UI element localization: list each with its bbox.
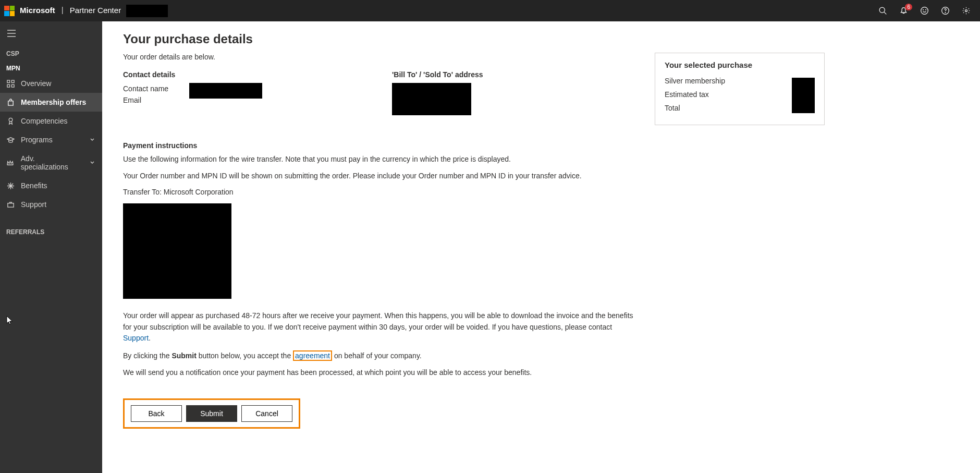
notification-badge: 6 <box>905 4 912 10</box>
intro-text: Your order details are below. <box>123 53 634 61</box>
sidebar-item-support[interactable]: Support <box>0 195 102 214</box>
sidebar-item-benefits[interactable]: Benefits <box>0 176 102 195</box>
hamburger-icon[interactable] <box>0 23 102 45</box>
bag-icon <box>6 99 15 106</box>
contact-email-label: Email <box>123 94 168 106</box>
svg-rect-12 <box>11 80 14 82</box>
redacted-block <box>126 5 168 17</box>
sidebar: CSP MPN Overview Membership offers Compe… <box>0 21 102 473</box>
sidebar-section-csp[interactable]: CSP <box>0 45 102 59</box>
contact-name-label: Contact name <box>123 83 168 94</box>
summary-tax-label: Estimated tax <box>665 90 709 99</box>
payment-line2: Your Order number and MPN ID will be sho… <box>123 171 634 182</box>
summary-membership-label: Silver membership <box>665 77 725 85</box>
search-icon[interactable] <box>878 6 887 16</box>
sidebar-item-programs[interactable]: Programs <box>0 130 102 149</box>
sidebar-item-membership-offers[interactable]: Membership offers <box>0 93 102 112</box>
redacted-block <box>792 78 815 113</box>
payment-instructions-title: Payment instructions <box>123 141 634 150</box>
hat-icon <box>6 136 15 144</box>
billto-title: 'Bill To' / 'Sold To' address <box>392 70 483 79</box>
top-bar: Microsoft | Partner Center 6 <box>0 0 980 21</box>
order-appear-paragraph: Your order will appear as purchased 48-7… <box>123 310 634 344</box>
sidebar-item-label: Programs <box>21 136 53 144</box>
sidebar-item-label: Membership offers <box>21 98 86 106</box>
ribbon-icon <box>6 117 15 125</box>
back-button[interactable]: Back <box>131 405 182 422</box>
summary-total-label: Total <box>665 104 680 112</box>
svg-line-1 <box>884 12 886 14</box>
sidebar-item-overview[interactable]: Overview <box>0 74 102 93</box>
feedback-icon[interactable] <box>920 6 929 16</box>
sidebar-item-label: Benefits <box>21 181 47 190</box>
contact-details-title: Contact details <box>123 70 368 79</box>
main-content: Your purchase details Your order details… <box>102 21 980 473</box>
summary-title: Your selected purchase <box>665 60 815 69</box>
microsoft-logo-icon <box>4 6 15 16</box>
action-buttons-highlight: Back Submit Cancel <box>123 398 300 429</box>
brand-partner-center: Partner Center <box>70 5 121 14</box>
svg-rect-13 <box>7 84 9 87</box>
sidebar-item-label: Support <box>21 200 46 209</box>
support-link[interactable]: Support <box>123 334 149 342</box>
redacted-block <box>392 83 471 115</box>
svg-rect-16 <box>7 203 13 207</box>
payment-line1: Use the following information for the wi… <box>123 154 634 165</box>
svg-point-2 <box>921 7 928 15</box>
crown-icon <box>6 159 15 167</box>
brand-title: Microsoft | Partner Center <box>20 5 168 17</box>
notification-paragraph: We will send you a notification once you… <box>123 367 634 379</box>
sidebar-item-competencies[interactable]: Competencies <box>0 112 102 130</box>
cancel-button[interactable]: Cancel <box>241 405 292 422</box>
sidebar-item-label: Overview <box>21 79 51 88</box>
page-title: Your purchase details <box>123 32 634 46</box>
sparkle-icon <box>6 182 15 190</box>
sidebar-item-label: Adv. specializations <box>21 154 83 171</box>
svg-point-7 <box>965 10 967 12</box>
help-icon[interactable] <box>940 6 950 16</box>
briefcase-icon <box>6 201 15 209</box>
agreement-link[interactable]: agreement <box>293 350 332 361</box>
svg-rect-14 <box>11 84 14 87</box>
redacted-block <box>123 203 231 299</box>
sidebar-item-label: Competencies <box>21 117 68 125</box>
purchase-summary-panel: Your selected purchase Silver membership… <box>655 53 825 125</box>
redacted-block <box>189 83 262 99</box>
transfer-to-label: Transfer To: Microsoft Corporation <box>123 187 634 198</box>
settings-icon[interactable] <box>961 6 971 16</box>
chevron-down-icon <box>90 136 95 144</box>
sidebar-section-referrals[interactable]: REFERRALS <box>0 223 102 238</box>
svg-point-15 <box>9 118 13 122</box>
submit-accept-paragraph: By clicking the Submit button below, you… <box>123 350 634 362</box>
sidebar-section-mpn[interactable]: MPN <box>0 59 102 74</box>
notifications-icon[interactable]: 6 <box>899 6 908 16</box>
svg-point-0 <box>879 7 885 13</box>
brand-microsoft: Microsoft <box>20 5 55 14</box>
svg-point-3 <box>923 9 923 10</box>
grid-icon <box>6 80 15 88</box>
chevron-down-icon <box>90 159 95 167</box>
svg-point-6 <box>945 12 946 13</box>
svg-point-4 <box>925 9 926 10</box>
svg-rect-11 <box>7 80 9 82</box>
sidebar-item-adv-specializations[interactable]: Adv. specializations <box>0 149 102 176</box>
submit-button[interactable]: Submit <box>186 405 237 422</box>
